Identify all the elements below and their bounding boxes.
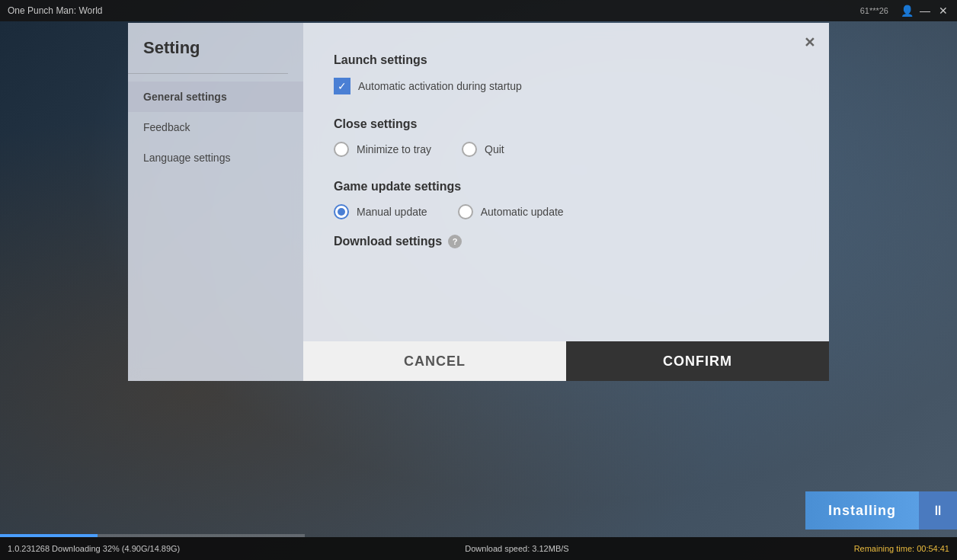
close-button[interactable]: ✕ — [937, 5, 949, 17]
dialog-button-row: CANCEL CONFIRM — [303, 341, 829, 381]
download-progress-fill — [0, 534, 98, 537]
manual-update-row[interactable]: Manual update — [334, 204, 427, 219]
download-settings-help-icon[interactable]: ? — [448, 235, 462, 248]
sidebar-divider — [128, 73, 288, 74]
settings-panel: ✕ Launch settings ✓ Automatic activation… — [303, 23, 829, 381]
auto-activate-label: Automatic activation during startup — [358, 80, 522, 92]
download-info: 1.0.231268 Downloading 32% (4.90G/14.89G… — [8, 544, 180, 553]
cancel-button[interactable]: CANCEL — [303, 341, 566, 381]
minimize-tray-label: Minimize to tray — [357, 143, 431, 155]
download-progress-bg — [0, 534, 305, 537]
checkbox-check-icon: ✓ — [338, 80, 347, 92]
download-speed: Download speed: 3.12MB/S — [465, 544, 568, 553]
manual-update-radio[interactable] — [334, 204, 349, 219]
auto-activate-row: ✓ Automatic activation during startup — [334, 78, 799, 94]
installing-button-area: Installing ⏸ — [805, 491, 957, 530]
update-settings-radio-group: Manual update Automatic update — [334, 204, 799, 219]
close-settings-title: Close settings — [334, 117, 799, 131]
titlebar-controls: 61***26 👤 — ✕ — [860, 5, 949, 17]
sidebar-item-language[interactable]: Language settings — [128, 142, 303, 173]
app-title: One Punch Man: World — [8, 5, 103, 16]
manual-update-radio-fill — [338, 208, 345, 216]
auto-update-radio[interactable] — [458, 204, 473, 219]
setting-dialog: Setting General settings Feedback Langua… — [128, 23, 829, 381]
download-settings-row: Download settings ? — [334, 235, 799, 248]
game-update-title: Game update settings — [334, 180, 799, 194]
auto-update-label: Automatic update — [481, 206, 564, 218]
close-settings-radio-group: Minimize to tray Quit — [334, 142, 799, 157]
launch-settings-title: Launch settings — [334, 53, 799, 67]
minimize-button[interactable]: — — [919, 5, 931, 17]
pause-icon: ⏸ — [931, 503, 945, 519]
pause-button[interactable]: ⏸ — [919, 491, 957, 530]
user-display: 61***26 — [860, 6, 888, 15]
titlebar: One Punch Man: World 61***26 👤 — ✕ — [0, 0, 957, 21]
sidebar-item-general[interactable]: General settings — [128, 82, 303, 112]
quit-label: Quit — [485, 143, 504, 155]
settings-sidebar: Setting General settings Feedback Langua… — [128, 23, 303, 381]
installing-label: Installing — [805, 491, 919, 530]
auto-update-row[interactable]: Automatic update — [458, 204, 564, 219]
manual-update-label: Manual update — [357, 206, 427, 218]
auto-activate-checkbox[interactable]: ✓ — [334, 78, 350, 94]
sidebar-item-feedback[interactable]: Feedback — [128, 112, 303, 142]
panel-close-button[interactable]: ✕ — [800, 34, 818, 52]
download-settings-title: Download settings — [334, 235, 442, 248]
minimize-tray-radio[interactable] — [334, 142, 349, 157]
settings-title: Setting — [128, 38, 303, 73]
user-icon[interactable]: 👤 — [901, 5, 913, 17]
minimize-to-tray-row[interactable]: Minimize to tray — [334, 142, 431, 157]
quit-radio[interactable] — [462, 142, 477, 157]
remaining-time: Remaining time: 00:54:41 — [854, 544, 949, 553]
quit-row[interactable]: Quit — [462, 142, 504, 157]
statusbar: 1.0.231268 Downloading 32% (4.90G/14.89G… — [0, 537, 957, 560]
confirm-button[interactable]: CONFIRM — [566, 341, 829, 381]
